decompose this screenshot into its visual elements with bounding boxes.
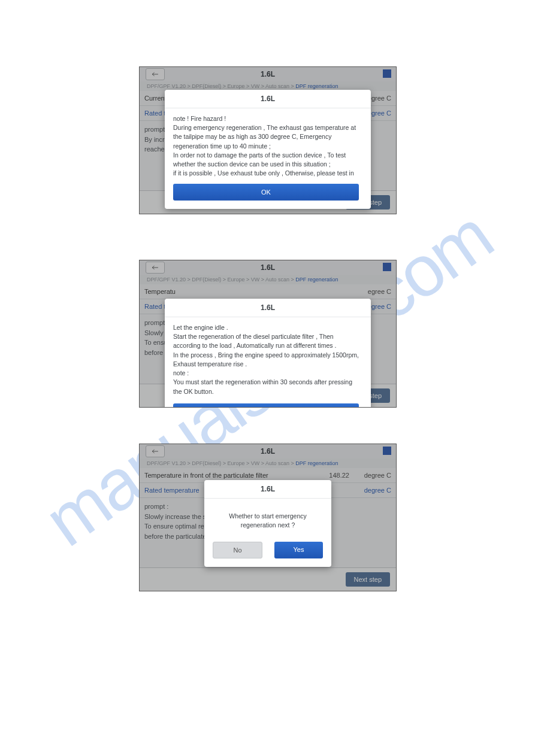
ok-button[interactable]: OK — [173, 403, 359, 408]
screenshot-2: 1.6L DPF/GPF V1.20 > DPF(Diesel) > Europ… — [139, 260, 397, 408]
dialog-title: 1.6L — [165, 299, 371, 317]
dialog-body: Let the engine idle . Start the regenera… — [165, 317, 371, 397]
dialog-body: Whether to start emergency regeneration … — [204, 499, 331, 536]
dialog-title: 1.6L — [204, 480, 331, 499]
yes-button[interactable]: Yes — [274, 542, 323, 558]
dialog-button-row: No Yes — [204, 536, 331, 567]
screenshot-3: 1.6L DPF/GPF V1.20 > DPF(Diesel) > Europ… — [139, 444, 397, 591]
dialog: 1.6L note ! Fire hazard ! During emergen… — [165, 90, 371, 209]
ok-button[interactable]: OK — [173, 184, 359, 201]
dialog-body: note ! Fire hazard ! During emergency re… — [165, 108, 371, 178]
no-button[interactable]: No — [213, 542, 262, 558]
screenshot-1: 1.6L DPF/GPF V1.20 > DPF(Diesel) > Europ… — [139, 66, 397, 214]
dialog-confirm: 1.6L Whether to start emergency regenera… — [204, 480, 331, 567]
dialog: 1.6L Let the engine idle . Start the reg… — [165, 299, 371, 408]
dialog-title: 1.6L — [165, 90, 371, 108]
